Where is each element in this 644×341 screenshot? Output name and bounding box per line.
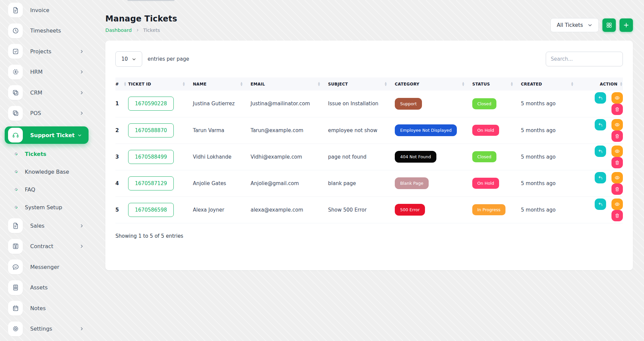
reply-button[interactable] bbox=[595, 119, 606, 130]
sidebar-subitem-label: System Setup bbox=[25, 204, 62, 211]
column-header-created[interactable]: CREATED ▲▼ bbox=[521, 77, 581, 91]
ticket-email: alexa@example.com bbox=[251, 196, 328, 223]
calculator-icon bbox=[8, 280, 23, 295]
ticket-filter-label: All Tickets bbox=[557, 22, 583, 28]
user-scan-icon bbox=[8, 65, 23, 79]
sidebar-item-label: Messenger bbox=[30, 264, 59, 270]
sidebar-subitem-knowledge-base[interactable]: Knowledge Base bbox=[15, 165, 94, 178]
view-button[interactable] bbox=[611, 92, 623, 104]
sidebar-item-settings[interactable]: Settings bbox=[8, 322, 94, 336]
reply-button[interactable] bbox=[595, 146, 606, 157]
ticket-name: Vidhi Lokhande bbox=[193, 144, 251, 170]
ticket-name: Justina Gutierrez bbox=[193, 91, 251, 117]
sidebar-item-sales[interactable]: Sales bbox=[8, 218, 94, 233]
check-square-icon bbox=[8, 44, 23, 59]
ticket-id-button[interactable]: 1670588870 bbox=[128, 123, 174, 137]
view-button[interactable] bbox=[611, 172, 623, 183]
ticket-subject: Show 500 Error bbox=[328, 196, 395, 223]
category-badge: Employee Not Displayed bbox=[395, 124, 457, 136]
ticket-created: 5 months ago bbox=[521, 144, 581, 170]
view-button[interactable] bbox=[611, 198, 623, 210]
grid-view-button[interactable] bbox=[602, 18, 616, 32]
category-badge: Support bbox=[395, 98, 422, 110]
sidebar-item-label: Notes bbox=[30, 305, 46, 311]
chevron-right-icon bbox=[79, 327, 84, 331]
row-number: 2 bbox=[115, 117, 128, 144]
tickets-card: 10 entries per page # ▲▼ TICKET ID ▲▼ bbox=[105, 41, 633, 270]
ticket-name: Alexa Joyner bbox=[193, 196, 251, 223]
chevron-right-icon bbox=[79, 49, 84, 54]
column-header-status[interactable]: STATUS ▲▼ bbox=[472, 77, 521, 91]
delete-button[interactable] bbox=[611, 210, 623, 221]
delete-button[interactable] bbox=[611, 130, 623, 142]
bullet-icon bbox=[14, 170, 18, 173]
gear-icon bbox=[8, 322, 23, 336]
sidebar-item-contract[interactable]: Contract bbox=[8, 239, 94, 254]
sort-icon: ▲▼ bbox=[183, 82, 185, 86]
sidebar-item-crm[interactable]: CRM bbox=[8, 85, 94, 100]
ticket-row: 2 1670588870 Tarun Varma Tarun@example.c… bbox=[115, 117, 623, 144]
chevron-right-icon bbox=[79, 70, 84, 74]
sidebar-item-label: Sales bbox=[30, 223, 45, 229]
ticket-created: 5 months ago bbox=[521, 170, 581, 196]
sidebar-subitem-label: Knowledge Base bbox=[25, 169, 69, 175]
sidebar-item-label: Settings bbox=[30, 326, 52, 332]
delete-button[interactable] bbox=[611, 157, 623, 168]
sidebar-subitem-label: Tickets bbox=[25, 151, 46, 157]
column-header-email[interactable]: EMAIL ▲▼ bbox=[251, 77, 328, 91]
eye-icon bbox=[614, 175, 620, 180]
search-input[interactable] bbox=[546, 52, 623, 66]
breadcrumb-dashboard-link[interactable]: Dashboard bbox=[105, 27, 132, 33]
sidebar-item-label: CRM bbox=[30, 90, 42, 96]
ticket-subject: page not found bbox=[328, 144, 395, 170]
sidebar-subitem-faq[interactable]: FAQ bbox=[15, 183, 94, 196]
reply-button[interactable] bbox=[595, 198, 606, 210]
ticket-subject: Issue on Installation bbox=[328, 91, 395, 117]
view-button[interactable] bbox=[611, 146, 623, 157]
ticket-subject: blank page bbox=[328, 170, 395, 196]
column-header-ticket-id[interactable]: TICKET ID ▲▼ bbox=[128, 77, 193, 91]
sidebar-item-label: HRM bbox=[30, 69, 43, 75]
add-ticket-button[interactable] bbox=[620, 18, 633, 32]
sidebar-item-assets[interactable]: Assets bbox=[8, 280, 94, 295]
sidebar-item-pos[interactable]: POS bbox=[8, 106, 94, 121]
column-header-category[interactable]: CATEGORY ▲▼ bbox=[395, 77, 472, 91]
page-size-select[interactable]: 10 bbox=[115, 51, 142, 67]
file-icon bbox=[8, 218, 23, 233]
sidebar-item-notes[interactable]: Notes bbox=[8, 301, 94, 316]
sidebar-item-hrm[interactable]: HRM bbox=[8, 65, 94, 79]
ticket-id-button[interactable]: 1670587129 bbox=[128, 176, 174, 190]
chevron-down-icon bbox=[77, 133, 82, 137]
column-header-action[interactable]: ACTION ▲▼ bbox=[581, 77, 623, 91]
column-header-name[interactable]: NAME ▲▼ bbox=[193, 77, 251, 91]
ticket-id-button[interactable]: 1670590228 bbox=[128, 97, 174, 111]
view-button[interactable] bbox=[611, 119, 623, 130]
sort-icon: ▲▼ bbox=[385, 82, 387, 86]
ticket-id-button[interactable]: 1670588499 bbox=[128, 150, 174, 164]
reply-button[interactable] bbox=[595, 172, 606, 183]
sidebar-item-timesheets[interactable]: Timesheets bbox=[8, 23, 94, 38]
sidebar-subitem-system-setup[interactable]: System Setup bbox=[15, 201, 94, 214]
sidebar-subitem-tickets[interactable]: Tickets bbox=[15, 147, 94, 161]
delete-button[interactable] bbox=[611, 183, 623, 195]
sidebar-item-messenger[interactable]: Messenger bbox=[8, 260, 94, 274]
ticket-email: Justina@mailinator.com bbox=[251, 91, 328, 117]
sidebar-nav: Invoice Timesheets Projects HRM CRM POS … bbox=[0, 3, 94, 336]
ticket-filter-dropdown[interactable]: All Tickets bbox=[550, 18, 599, 32]
sidebar-item-projects[interactable]: Projects bbox=[8, 44, 94, 59]
status-badge: On Hold bbox=[472, 178, 499, 189]
copy-icon bbox=[8, 85, 23, 100]
ticket-created: 5 months ago bbox=[521, 117, 581, 144]
sidebar-item-support-ticket[interactable]: Support Ticket bbox=[5, 126, 89, 144]
reply-button[interactable] bbox=[595, 92, 606, 104]
ticket-id-button[interactable]: 1670586598 bbox=[128, 203, 174, 217]
sidebar-item-label: Contract bbox=[30, 243, 53, 249]
delete-button[interactable] bbox=[611, 104, 623, 115]
row-number: 4 bbox=[115, 170, 128, 196]
column-header--[interactable]: # ▲▼ bbox=[115, 77, 128, 91]
chevron-right-icon bbox=[136, 29, 139, 32]
sidebar-item-invoice[interactable]: Invoice bbox=[8, 3, 94, 17]
reply-icon bbox=[598, 202, 603, 207]
column-header-subject[interactable]: SUBJECT ▲▼ bbox=[328, 77, 395, 91]
sidebar-item-label: Projects bbox=[30, 48, 51, 55]
